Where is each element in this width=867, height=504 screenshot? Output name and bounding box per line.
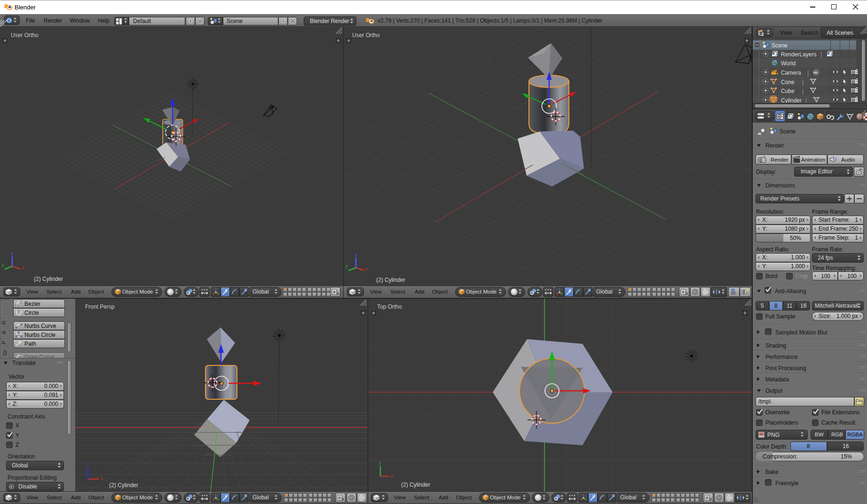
svg-text:User Ortho: User Ortho [352,32,380,39]
svg-text:User Ortho: User Ortho [11,32,39,39]
svg-text:(2) Cylinder: (2) Cylinder [376,277,405,283]
svg-text:z: z [355,252,357,257]
svg-text:x: x [101,476,103,481]
svg-text:y: y [379,460,381,465]
svg-text:y: y [2,262,4,267]
svg-text:Top Ortho: Top Ortho [377,303,402,310]
svg-text:z: z [87,461,89,466]
svg-text:(2) Cylinder: (2) Cylinder [109,482,138,488]
svg-text:z: z [11,251,13,256]
svg-text:(2) Cylinder: (2) Cylinder [34,276,63,282]
svg-text:x: x [391,473,393,479]
svg-text:(2) Cylinder: (2) Cylinder [401,481,430,488]
svg-text:x: x [22,265,24,270]
svg-text:y: y [346,264,348,269]
svg-text:x: x [365,266,368,271]
svg-text:i: i [8,18,10,23]
svg-text:Front Persp: Front Persp [85,303,115,310]
